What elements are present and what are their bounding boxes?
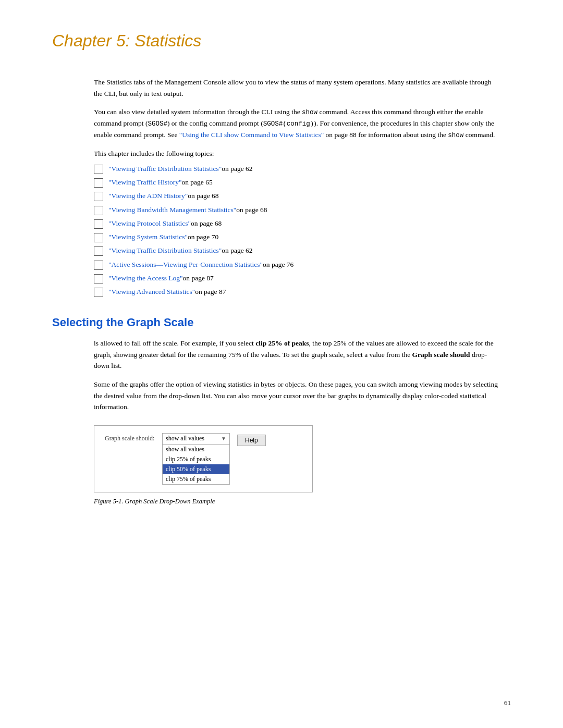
topic-item: "Viewing Advanced Statistics" on page 87 — [94, 287, 511, 297]
topic-item: "Viewing Traffic Distribution Statistics… — [94, 164, 511, 174]
topic-item: "Viewing Traffic History" on page 65 — [94, 177, 511, 188]
section-heading: Selecting the Graph Scale — [52, 316, 511, 329]
topic-suffix-4: on page 68 — [191, 218, 222, 229]
cli-show-link[interactable]: "Using the CLI show Command to View Stat… — [179, 131, 324, 139]
topic-bullet-icon — [94, 246, 103, 256]
topics-intro: This chapter includes the following topi… — [94, 148, 511, 159]
section-paragraph-1: is allowed to fall off the scale. For ex… — [94, 338, 500, 372]
topic-link-0[interactable]: "Viewing Traffic Distribution Statistics… — [108, 164, 222, 174]
topic-item: "Active Sessions—Viewing Per-Connection … — [94, 260, 511, 270]
dropdown-selected[interactable]: show all values ▼ — [162, 433, 230, 445]
topic-link-6[interactable]: "Viewing Traffic Distribution Statistics… — [108, 245, 222, 256]
dropdown-option-0[interactable]: show all values — [163, 445, 229, 454]
topic-suffix-1: on page 65 — [181, 177, 212, 188]
topic-bullet-icon — [94, 261, 103, 270]
topic-bullet-icon — [94, 178, 103, 188]
dropdown-area: show all values ▼ show all valuesclip 25… — [162, 433, 230, 485]
help-button[interactable]: Help — [237, 435, 266, 446]
topic-suffix-7: on page 76 — [263, 260, 293, 270]
topic-link-7[interactable]: "Active Sessions—Viewing Per-Connection … — [108, 260, 263, 270]
topic-bullet-icon — [94, 274, 103, 283]
topic-link-1[interactable]: "Viewing Traffic History" — [108, 177, 181, 188]
figure-row: Graph scale should: show all values ▼ sh… — [105, 433, 302, 485]
topic-item: "Viewing Bandwidth Management Statistics… — [94, 205, 511, 215]
topic-link-9[interactable]: "Viewing Advanced Statistics" — [108, 287, 195, 297]
topic-link-4[interactable]: "Viewing Protocol Statistics" — [108, 218, 191, 229]
topic-suffix-6: on page 62 — [222, 245, 252, 256]
topic-bullet-icon — [94, 233, 103, 242]
topics-list: "Viewing Traffic Distribution Statistics… — [94, 164, 511, 298]
topic-bullet-icon — [94, 165, 103, 174]
page: Chapter 5: Statistics The Statistics tab… — [0, 0, 563, 728]
topic-link-2[interactable]: "Viewing the ADN History" — [108, 191, 188, 201]
topic-suffix-9: on page 87 — [195, 287, 226, 297]
dropdown-selected-text: show all values — [166, 435, 219, 442]
topic-suffix-8: on page 87 — [183, 273, 214, 283]
chevron-down-icon: ▼ — [221, 436, 226, 441]
topic-suffix-3: on page 68 — [236, 205, 267, 215]
figure-box: Graph scale should: show all values ▼ sh… — [94, 425, 313, 492]
figure-container: Graph scale should: show all values ▼ sh… — [94, 425, 511, 505]
topic-link-5[interactable]: "Viewing System Statistics" — [108, 232, 188, 242]
figure-caption: Figure 5-1. Graph Scale Drop-Down Exampl… — [94, 498, 511, 505]
topic-link-3[interactable]: "Viewing Bandwidth Management Statistics… — [108, 205, 236, 215]
topic-bullet-icon — [94, 192, 103, 201]
topic-suffix-2: on page 68 — [188, 191, 218, 201]
dropdown-options: show all valuesclip 25% of peaksclip 50%… — [162, 445, 230, 485]
topic-item: "Viewing Protocol Statistics" on page 68 — [94, 218, 511, 229]
section-paragraph-2: Some of the graphs offer the option of v… — [94, 379, 500, 413]
topic-suffix-0: on page 62 — [222, 164, 252, 174]
chapter-title: Chapter 5: Statistics — [52, 31, 511, 51]
topic-bullet-icon — [94, 288, 103, 297]
dropdown-option-3[interactable]: clip 75% of peaks — [163, 474, 229, 484]
topic-item: "Viewing Traffic Distribution Statistics… — [94, 245, 511, 256]
intro-paragraph-1: The Statistics tabs of the Management Co… — [94, 77, 500, 99]
topic-item: "Viewing the Access Log" on page 87 — [94, 273, 511, 283]
topic-link-8[interactable]: "Viewing the Access Log" — [108, 273, 183, 283]
topic-item: "Viewing the ADN History" on page 68 — [94, 191, 511, 201]
topic-bullet-icon — [94, 206, 103, 215]
topic-suffix-5: on page 70 — [188, 232, 218, 242]
page-number: 61 — [504, 699, 511, 707]
graph-scale-label: Graph scale should: — [105, 433, 162, 442]
dropdown-option-2[interactable]: clip 50% of peaks — [163, 464, 229, 474]
intro-paragraph-2: You can also view detailed system inform… — [94, 106, 500, 141]
topic-bullet-icon — [94, 219, 103, 229]
dropdown-option-1[interactable]: clip 25% of peaks — [163, 454, 229, 464]
topic-item: "Viewing System Statistics" on page 70 — [94, 232, 511, 242]
